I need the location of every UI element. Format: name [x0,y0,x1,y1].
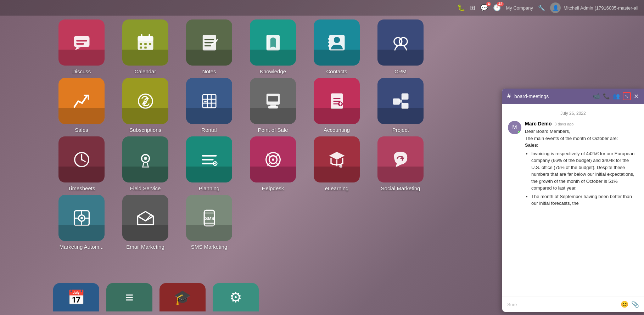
app-label-timesheets: Timesheets [68,185,95,191]
chat-icon[interactable]: 💬 4 [480,4,488,12]
app-item-smsmarketing[interactable]: SMSSMS Marketing [181,195,237,250]
app-label-rental: Rental [201,127,217,133]
svg-rect-3 [76,43,84,44]
app-item-project[interactable]: Project [372,78,429,133]
app-item-socialmarketing[interactable]: Social Marketing [372,136,429,191]
date-divider: July 26, 2022 [508,111,638,116]
clock-icon[interactable]: 🕐 42 [493,4,501,12]
chat-header: # board-meetings 📹 📞 👥 ⤡ ✕ [502,89,644,104]
app-icon-sales [58,78,105,124]
app-item-discuss[interactable]: Discuss [53,19,110,74]
bottom-icon-3: ⚙ [213,283,259,311]
app-label-discuss: Discuss [72,68,91,74]
svg-rect-47 [393,98,400,105]
svg-rect-0 [74,36,89,47]
app-label-fieldservice: Field Service [130,185,161,191]
svg-line-54 [82,159,85,162]
app-item-marketingauto[interactable]: Marketing Autom... [53,195,110,250]
app-item-notes[interactable]: Notes [181,19,237,74]
app-item-sales[interactable]: Sales [53,78,110,133]
chat-badge: 4 [486,2,491,6]
app-item-planning[interactable]: Planning [181,136,237,191]
svg-rect-25 [328,45,330,46]
channel-name: board-meetings [514,94,589,99]
svg-rect-7 [149,34,150,38]
app-label-contacts: Contacts [326,68,347,74]
app-item-timesheets[interactable]: Timesheets [53,136,110,191]
svg-point-79 [339,164,342,168]
bottom-icon-0: 📅 [53,283,99,311]
app-icon-timesheets [58,136,105,182]
app-icon-accounting [314,78,360,124]
bottom-app-3[interactable]: ⚙ [213,283,259,311]
app-icon-helpdesk [250,136,296,182]
app-item-crm[interactable]: CRM [372,19,429,74]
bottom-app-0[interactable]: 📅 [53,283,99,311]
emoji-button[interactable]: 😊 [621,300,628,308]
app-icon-planning [186,136,232,182]
svg-point-60 [144,157,147,160]
svg-point-72 [272,158,274,161]
bottom-app-1[interactable]: ≡ [106,283,152,311]
online-indicator [518,131,521,134]
app-icon-crm [377,19,424,66]
message-time: 3 days ago [554,122,573,126]
svg-rect-39 [268,96,278,101]
attachment-button[interactable]: 📎 [631,300,639,308]
app-item-helpdesk[interactable]: Helpdesk [245,136,301,191]
app-label-knowledge: Knowledge [260,68,286,74]
video-call-icon[interactable]: 📹 [593,93,600,100]
svg-rect-23 [328,38,330,39]
app-item-emailmarketing[interactable]: Email Marketing [117,195,174,250]
svg-rect-10 [149,43,151,45]
app-item-accounting[interactable]: Accounting [308,78,365,133]
app-item-calendar[interactable]: Calendar [117,19,174,74]
svg-rect-8 [140,43,142,45]
app-icon-fieldservice [122,136,168,182]
svg-point-82 [80,217,83,219]
app-item-pos[interactable]: Point of Sale [245,78,301,133]
expand-button[interactable]: ⤡ [623,92,631,100]
svg-point-22 [334,37,340,43]
app-label-sales: Sales [75,127,88,133]
app-item-rental[interactable]: Rental [181,78,237,133]
app-item-knowledge[interactable]: Knowledge [245,19,301,74]
app-icon-contacts [314,19,360,66]
svg-rect-6 [141,34,142,38]
bottom-app-2[interactable]: 🎓 [159,283,206,311]
company-name[interactable]: My Company [506,5,533,11]
app-icon-knowledge [250,19,296,66]
svg-rect-5 [138,36,153,41]
app-icon-socialmarketing [377,136,424,182]
svg-point-27 [399,38,407,45]
app-icon-marketingauto [58,195,105,241]
grid-icon[interactable]: ⊞ [470,4,475,12]
app-item-elearning[interactable]: eLearning [308,136,365,191]
user-avatar: 👤 [550,2,561,13]
phone-icon[interactable]: 📞 [603,93,610,100]
svg-text:$: $ [144,98,147,104]
app-label-pos: Point of Sale [258,127,288,133]
app-item-fieldservice[interactable]: Field Service [117,136,174,191]
chat-input[interactable] [507,302,618,307]
members-icon[interactable]: 👥 [613,93,620,100]
app-icon-smsmarketing: SMS [186,195,232,241]
app-label-emailmarketing: Email Marketing [126,244,164,250]
app-label-notes: Notes [202,68,216,74]
app-icon-calendar [122,19,168,66]
close-button[interactable]: ✕ [634,92,639,100]
app-label-elearning: eLearning [325,185,349,191]
svg-line-62 [147,163,148,167]
app-icon-subscriptions: $ [122,78,168,124]
bug-icon[interactable]: 🐛 [457,4,465,12]
user-menu[interactable]: 👤 Mitchell Admin (17916005-master-all [550,2,638,13]
svg-rect-12 [144,46,147,49]
bottom-icon-2: 🎓 [159,283,206,311]
bottom-icon-1: ≡ [106,283,152,311]
app-item-contacts[interactable]: Contacts [308,19,365,74]
app-label-helpdesk: Helpdesk [262,185,284,191]
svg-rect-2 [76,40,87,41]
app-item-subscriptions[interactable]: $Subscriptions [117,78,174,133]
app-label-smsmarketing: SMS Marketing [191,244,228,250]
wrench-icon[interactable]: 🔧 [538,5,545,11]
